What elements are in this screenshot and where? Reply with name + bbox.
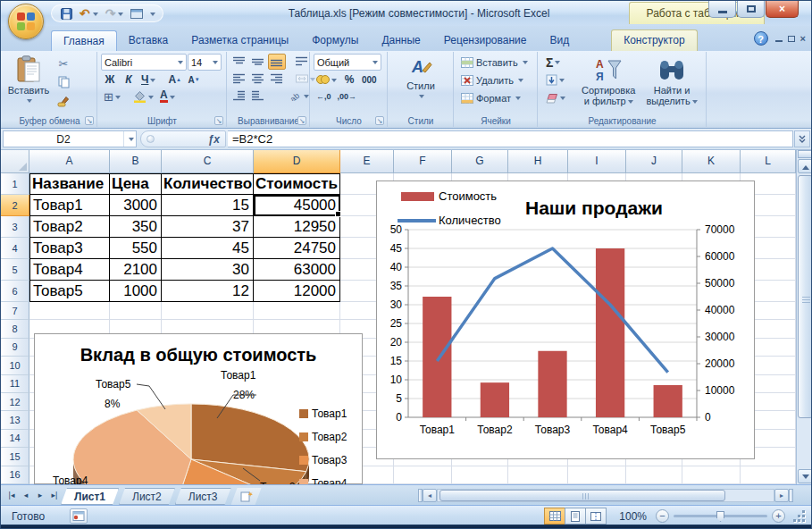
- row-header-11[interactable]: 11: [1, 375, 29, 393]
- align-top-button[interactable]: [230, 54, 248, 70]
- cell-B7[interactable]: [110, 302, 162, 320]
- cell-A4[interactable]: Товар3: [29, 238, 110, 259]
- macro-record-button[interactable]: [70, 508, 88, 524]
- column-header-E[interactable]: E: [340, 150, 394, 173]
- combo-chart[interactable]: 0510152025303540455001000020000300004000…: [376, 181, 755, 459]
- number-format-combo[interactable]: Общий: [314, 54, 381, 71]
- tab-vid[interactable]: Вид: [538, 30, 581, 51]
- cell-C7[interactable]: [162, 302, 254, 320]
- horizontal-scroll-track[interactable]: [437, 489, 774, 502]
- row-header-7[interactable]: 7: [1, 302, 29, 320]
- workbook-close-button[interactable]: ×: [800, 33, 806, 44]
- insert-function-button[interactable]: ƒx: [208, 133, 220, 146]
- format-painter-button[interactable]: [54, 93, 72, 109]
- scroll-up-button[interactable]: [798, 159, 812, 173]
- tab-glavnaya[interactable]: Главная: [51, 30, 117, 51]
- row-header-8[interactable]: 8: [1, 320, 29, 338]
- cell-A7[interactable]: [29, 302, 110, 320]
- tab-konstruktor[interactable]: Конструктор: [611, 29, 697, 51]
- vertical-split-handle[interactable]: [798, 150, 812, 158]
- cell-D7[interactable]: [254, 302, 340, 320]
- sheet-tab-list1[interactable]: Лист1: [61, 488, 119, 505]
- first-sheet-button[interactable]: |◂: [5, 488, 18, 502]
- cell-D2[interactable]: 45000: [254, 195, 340, 216]
- maximize-button[interactable]: [737, 1, 765, 18]
- horizontal-scroll-thumb[interactable]: [439, 490, 725, 501]
- sort-filter-button[interactable]: А Я Сортировка и фильтр: [578, 55, 639, 108]
- bold-button[interactable]: Ж: [101, 71, 119, 88]
- orientation-button[interactable]: ab: [287, 88, 312, 104]
- cell-C6[interactable]: 12: [162, 281, 254, 302]
- formula-input[interactable]: =B2*C2: [228, 130, 793, 147]
- dialog-launcher-number[interactable]: ↘: [375, 116, 384, 125]
- delete-cells-button[interactable]: Удалить: [457, 71, 528, 88]
- save-button[interactable]: [59, 6, 74, 21]
- cell-A2[interactable]: Товар1: [29, 195, 110, 216]
- increase-indent-button[interactable]: [249, 88, 267, 104]
- next-sheet-button[interactable]: ▸: [34, 488, 46, 502]
- cell-B5[interactable]: 2100: [110, 259, 162, 281]
- horizontal-scrollbar[interactable]: ◂ ▸: [418, 488, 793, 503]
- cell-D1[interactable]: Стоимость: [254, 173, 340, 195]
- column-header-A[interactable]: A: [29, 150, 110, 173]
- insert-cells-button[interactable]: Вставить: [457, 54, 528, 71]
- minimize-button[interactable]: [708, 1, 736, 18]
- scroll-down-button[interactable]: [798, 469, 812, 483]
- column-header-G[interactable]: G: [452, 150, 508, 173]
- clear-button[interactable]: [543, 90, 568, 106]
- align-center-button[interactable]: [249, 71, 267, 87]
- row-header-3[interactable]: 3: [1, 216, 29, 238]
- cell-B2[interactable]: 3000: [110, 195, 162, 216]
- cell-I16[interactable]: [568, 466, 626, 484]
- column-header-K[interactable]: K: [682, 150, 741, 173]
- cell-C4[interactable]: 45: [162, 238, 254, 259]
- vertical-scrollbar[interactable]: [796, 150, 812, 484]
- help-icon[interactable]: ?: [754, 31, 768, 46]
- name-box-arrow[interactable]: [123, 131, 136, 147]
- align-middle-button[interactable]: [249, 54, 267, 70]
- autosum-button[interactable]: Σ: [543, 55, 563, 71]
- column-header-J[interactable]: J: [626, 150, 682, 173]
- column-header-I[interactable]: I: [568, 150, 626, 173]
- tab-formuly[interactable]: Формулы: [300, 30, 370, 51]
- vertical-scroll-thumb[interactable]: [798, 175, 812, 418]
- cell-C5[interactable]: 30: [162, 259, 254, 281]
- cell-A1[interactable]: Название: [29, 173, 110, 195]
- tab-recenzirovanie[interactable]: Рецензирование: [432, 30, 539, 51]
- borders-button[interactable]: ⊞: [101, 88, 123, 105]
- tab-razmetka[interactable]: Разметка страницы: [180, 30, 300, 51]
- last-sheet-button[interactable]: ▸|: [48, 488, 61, 502]
- column-header-L[interactable]: L: [741, 150, 796, 173]
- zoom-in-button[interactable]: +: [772, 509, 785, 523]
- row-header-9[interactable]: 9: [1, 339, 29, 357]
- dialog-launcher-alignment[interactable]: ↘: [297, 116, 306, 125]
- decrease-indent-button[interactable]: [230, 88, 248, 104]
- column-header-C[interactable]: C: [162, 150, 254, 173]
- cell-D6[interactable]: 12000: [254, 281, 340, 302]
- cell-L16[interactable]: [741, 466, 796, 484]
- cell-B1[interactable]: Цена: [110, 173, 162, 195]
- column-header-H[interactable]: H: [508, 150, 568, 173]
- name-box[interactable]: D2: [3, 130, 137, 147]
- zoom-level[interactable]: 100%: [619, 510, 647, 523]
- align-bottom-button[interactable]: [268, 54, 286, 70]
- copy-button[interactable]: [54, 74, 72, 90]
- row-header-5[interactable]: 5: [1, 259, 29, 281]
- sheet-tab-list3[interactable]: Лист3: [175, 488, 231, 505]
- cell-C1[interactable]: Количество: [162, 173, 254, 195]
- page-layout-view-button[interactable]: [565, 508, 586, 525]
- cell-H16[interactable]: [508, 466, 568, 484]
- decrease-decimal-button[interactable]: ,00→: [335, 88, 360, 105]
- cell-A6[interactable]: Товар5: [29, 281, 110, 302]
- row-header-2[interactable]: 2: [1, 195, 29, 216]
- cell-A3[interactable]: Товар2: [29, 216, 110, 238]
- font-name-combo[interactable]: Calibri: [101, 54, 187, 71]
- cell-D4[interactable]: 24750: [254, 238, 340, 259]
- font-color-button[interactable]: А: [157, 88, 178, 105]
- normal-view-button[interactable]: [544, 508, 565, 525]
- column-header-B[interactable]: B: [110, 150, 162, 173]
- close-button[interactable]: ×: [766, 1, 799, 18]
- row-header-13[interactable]: 13: [1, 411, 29, 429]
- accounting-format-button[interactable]: [314, 71, 339, 88]
- column-header-D[interactable]: D: [254, 150, 340, 173]
